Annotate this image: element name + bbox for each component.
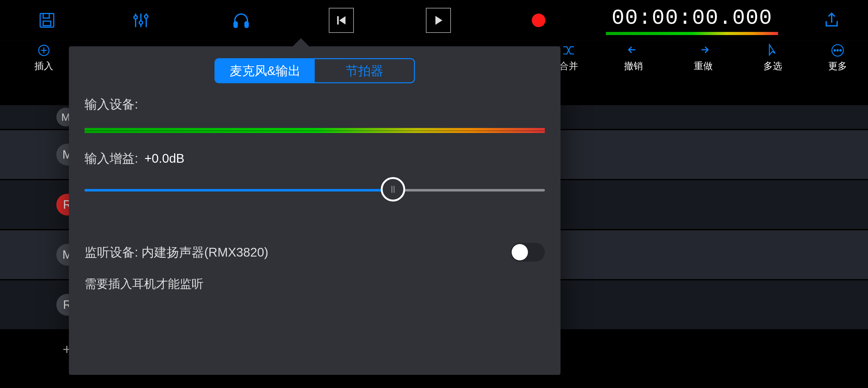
share-button[interactable] (822, 11, 841, 30)
gain-value: +0.0dB (144, 152, 184, 165)
svg-point-12 (837, 50, 839, 51)
toolbar-more[interactable]: 更多 (808, 43, 868, 73)
cursor-icon (767, 43, 779, 57)
toggle-knob (512, 244, 528, 260)
slider-fill (85, 189, 393, 192)
toolbar-label: 插入 (34, 60, 53, 73)
popover-tabs: 麦克风&输出 节拍器 (215, 58, 415, 83)
redo-icon (696, 43, 711, 57)
merge-icon (561, 43, 576, 57)
skip-back-button[interactable] (329, 8, 354, 33)
tab-mic-output[interactable]: 麦克风&输出 (215, 59, 315, 82)
toolbar-label: 合并 (559, 60, 578, 73)
toolbar-multiselect[interactable]: 多选 (738, 43, 808, 73)
undo-icon (626, 43, 641, 57)
toolbar-label: 重做 (694, 60, 713, 73)
svg-point-8 (532, 13, 546, 27)
toolbar-label: 撤销 (624, 60, 643, 73)
toolbar-undo[interactable]: 撤销 (599, 43, 668, 73)
input-level-meter (85, 128, 545, 133)
headphones-button[interactable] (232, 11, 250, 30)
timecode-display: 00:00:00.000 (612, 6, 773, 30)
play-button[interactable] (426, 8, 451, 33)
audio-settings-popover: 麦克风&输出 节拍器 输入设备: 输入增益: +0.0dB 监听设备: 内建扬声… (69, 46, 560, 375)
gain-slider[interactable] (85, 180, 545, 199)
svg-rect-1 (43, 21, 51, 26)
save-button[interactable] (38, 11, 56, 30)
tab-metronome[interactable]: 节拍器 (315, 59, 414, 82)
svg-rect-7 (337, 16, 339, 25)
more-icon (831, 43, 844, 57)
svg-point-2 (134, 15, 137, 19)
svg-rect-0 (40, 13, 54, 27)
monitor-hint: 需要插入耳机才能监听 (85, 276, 545, 292)
monitor-toggle[interactable] (510, 243, 545, 262)
svg-point-13 (840, 50, 841, 51)
insert-icon (37, 43, 51, 57)
slider-thumb[interactable] (381, 177, 405, 201)
svg-point-3 (140, 21, 143, 24)
toolbar-label: 多选 (764, 60, 782, 73)
svg-point-4 (145, 15, 148, 19)
timecode-meter (606, 32, 778, 35)
toolbar-redo[interactable]: 重做 (669, 43, 738, 73)
record-button[interactable] (529, 11, 548, 30)
gain-label: 输入增益: (85, 150, 138, 167)
svg-point-11 (834, 50, 836, 51)
svg-rect-5 (234, 22, 237, 28)
settings-button[interactable] (131, 11, 150, 30)
monitor-device-label: 监听设备: 内建扬声器(RMX3820) (85, 244, 268, 261)
popover-arrow (292, 38, 310, 47)
svg-rect-6 (245, 22, 248, 28)
toolbar-label: 更多 (828, 60, 847, 73)
input-device-label: 输入设备: (85, 96, 545, 113)
top-toolbar: 00:00:00.000 (0, 0, 868, 41)
